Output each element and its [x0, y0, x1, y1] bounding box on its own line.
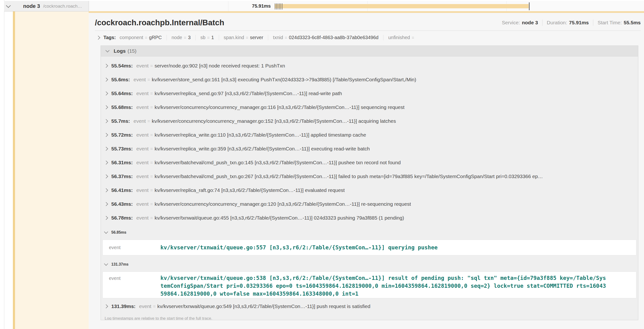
- chevron-right-icon[interactable]: [104, 147, 108, 151]
- span-duration-bar[interactable]: [274, 4, 529, 8]
- log-timestamp: 56.41ms:: [111, 188, 133, 193]
- log-equals: =: [150, 63, 153, 68]
- span-detail-panel: /cockroach.roachpb.Internal/Batch Servic…: [89, 11, 644, 329]
- chevron-right-icon[interactable]: [104, 174, 108, 178]
- log-field-value: kv/kvserver/replica_send.go:97 [n3,s3,r6…: [154, 90, 342, 96]
- log-equals: =: [150, 160, 153, 165]
- chevron-right-icon[interactable]: [104, 106, 108, 110]
- log-entry-row[interactable]: 56.41ms: event = kv/kvserver/replica_raf…: [101, 183, 638, 197]
- log-entry-row[interactable]: 55.6ms: event = kv/kvserver/store_send.g…: [101, 73, 638, 86]
- tag-equals: =: [184, 35, 186, 40]
- chevron-right-icon[interactable]: [104, 216, 108, 220]
- chevron-right-icon[interactable]: [104, 161, 108, 165]
- span-row[interactable]: node 3 /cockroach.roach… 75.91ms: [4, 1, 644, 12]
- log-entry-row[interactable]: 55.54ms: event = server/node.go:902 [n3]…: [101, 59, 638, 73]
- log-marker-tick: [279, 3, 280, 10]
- log-field-value: kv/kvserver/txnwait/queue.go:455 [n3,s3,…: [154, 215, 404, 221]
- selected-span-highlight: [15, 11, 89, 329]
- log-field-value: kv/kvserver/replica_write.go:110 [n3,s3,…: [154, 132, 366, 138]
- span-color-stripe: [13, 1, 15, 329]
- log-timestamp: 55.64ms:: [111, 90, 133, 96]
- log-field-key: event: [136, 104, 148, 110]
- chevron-right-icon[interactable]: [104, 133, 108, 137]
- tag-equals: =: [412, 35, 414, 40]
- log-field-value: server/node.go:902 [n3] node received re…: [154, 63, 285, 69]
- log-entry-row[interactable]: 55.7ms: event = kv/kvserver/concurrency/…: [101, 114, 638, 128]
- logs-section-header[interactable]: Logs (15): [101, 46, 638, 56]
- tag-key: component: [120, 35, 143, 40]
- log-equals: =: [150, 105, 153, 110]
- log-field-key: event: [136, 160, 148, 166]
- chevron-right-icon[interactable]: [104, 78, 108, 82]
- log-equals: =: [150, 202, 153, 207]
- tag-equals: =: [207, 35, 210, 40]
- tag-key: sb: [200, 35, 206, 40]
- log-detail-table: event kv/kvserver/txnwait/queue.go:538 […: [102, 272, 636, 298]
- log-field-key: event: [134, 118, 146, 124]
- log-timestamp: 55.72ms:: [111, 132, 133, 138]
- log-field-value: kv/kvserver/concurrency/concurrency_mana…: [152, 118, 396, 124]
- log-field-value: kv/kvserver/store_send.go:161 [n3,s3] ex…: [152, 77, 416, 82]
- log-equals: =: [150, 146, 153, 152]
- tag-equals: =: [285, 35, 288, 40]
- log-field-key: event: [136, 63, 148, 69]
- duration-stat-value: 75.91ms: [569, 20, 589, 26]
- log-timestamp: 56.85ms: [111, 230, 126, 234]
- log-equals: =: [153, 304, 156, 309]
- log-field-value: kv/kvserver/replica_raft.go:74 [n3,s3,r6…: [154, 188, 345, 193]
- chevron-down-icon[interactable]: [104, 262, 108, 266]
- log-entry-row[interactable]: 56.31ms: event = kv/kvserver/batcheval/c…: [101, 156, 638, 170]
- collapse-span-chevron-icon[interactable]: [6, 3, 11, 8]
- chevron-right-icon[interactable]: [104, 188, 108, 192]
- log-field-value: kv/kvserver/txnwait/queue.go:538 [n3,s3,…: [160, 272, 636, 298]
- log-field-value: kv/kvserver/txnwait/queue.go:549 [n3,s3,…: [157, 304, 370, 309]
- chevron-down-icon[interactable]: [106, 48, 110, 52]
- chevron-right-icon[interactable]: [104, 202, 108, 206]
- logs-label: Logs: [114, 48, 126, 54]
- span-service-name: node 3: [23, 3, 40, 9]
- log-equals: =: [148, 77, 150, 82]
- log-entry-row[interactable]: 56.37ms: event = kv/kvserver/batcheval/c…: [101, 170, 638, 183]
- log-equals: =: [150, 91, 153, 96]
- chevron-right-icon[interactable]: [104, 304, 108, 308]
- log-detail-table: event kv/kvserver/txnwait/queue.go:557 […: [102, 240, 636, 255]
- log-entry-row[interactable]: 56.78ms: event = kv/kvserver/txnwait/que…: [101, 211, 638, 225]
- chevron-right-icon[interactable]: [96, 36, 100, 40]
- log-field-key: event: [136, 201, 148, 207]
- log-field-value: kv/kvserver/replica_write.go:359 [n3,s3,…: [154, 146, 370, 152]
- logs-section: Logs (15) 55.54ms: event = server/node.g…: [100, 46, 638, 320]
- timeline-header[interactable]: 75.91ms: [89, 1, 644, 11]
- log-entry-expanded-header[interactable]: 56.85ms: [101, 227, 638, 238]
- log-entry-expanded-header[interactable]: 131.37ms: [101, 259, 638, 270]
- chevron-down-icon[interactable]: [104, 230, 108, 234]
- log-entry-row[interactable]: 55.64ms: event = kv/kvserver/replica_sen…: [101, 86, 638, 100]
- tag-item: component=gRPC: [118, 35, 166, 40]
- log-field-key: event: [136, 188, 148, 193]
- timeline-gridline: [228, 1, 228, 11]
- log-field-key: event: [136, 146, 148, 152]
- service-stat-label: Service:: [502, 20, 520, 26]
- log-field-key: event: [136, 174, 148, 179]
- log-entry-row[interactable]: 55.73ms: event = kv/kvserver/replica_wri…: [101, 142, 638, 156]
- chevron-right-icon[interactable]: [104, 64, 108, 68]
- start-time-stat-value: 55.5ms: [624, 20, 641, 26]
- span-name-cell[interactable]: node 3 /cockroach.roach…: [4, 1, 89, 11]
- log-entry-row[interactable]: 55.72ms: event = kv/kvserver/replica_wri…: [101, 128, 638, 142]
- log-field-key: event: [136, 215, 148, 221]
- log-entry-row[interactable]: 131.39ms: event = kv/kvserver/txnwait/qu…: [101, 300, 638, 313]
- log-field-key: event: [103, 245, 160, 250]
- log-entry-row[interactable]: 55.68ms: event = kv/kvserver/concurrency…: [101, 100, 638, 114]
- stat-separator: [593, 20, 593, 26]
- log-field-value: kv/kvserver/txnwait/queue.go:557 [n3,s3,…: [160, 244, 636, 252]
- tags-section-header[interactable]: Tags: component=gRPC node=3 sb=1 span.ki…: [95, 31, 641, 44]
- chevron-right-icon[interactable]: [104, 92, 108, 96]
- logs-count: (15): [128, 48, 136, 54]
- log-entry-row[interactable]: 56.43ms: event = kv/kvserver/concurrency…: [101, 197, 638, 211]
- log-field-key: event: [103, 272, 160, 298]
- span-duration-label: 75.91ms: [252, 1, 271, 11]
- log-timestamp: 56.78ms:: [111, 215, 133, 221]
- tag-value: 024d3323-6c8f-4863-aa8b-37ab0e63496d: [289, 35, 378, 40]
- chevron-right-icon[interactable]: [104, 119, 108, 123]
- tag-key: span.kind: [224, 35, 244, 40]
- service-stat-value: node 3: [522, 20, 538, 26]
